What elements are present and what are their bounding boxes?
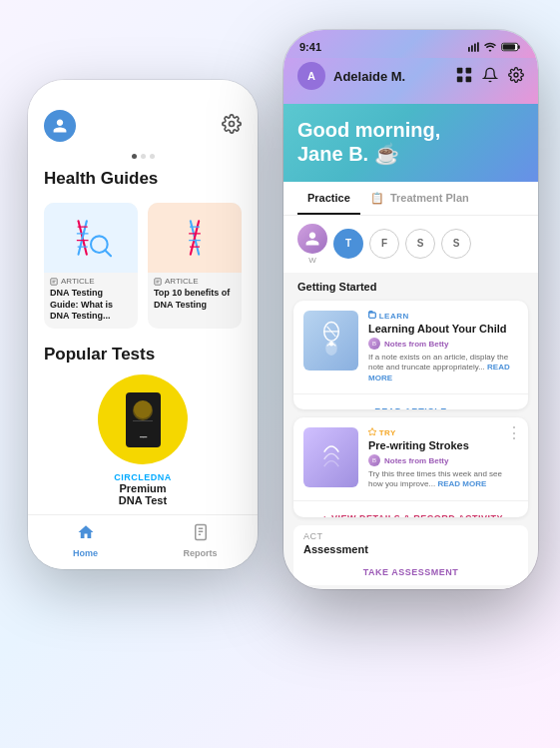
reports-icon <box>192 523 210 546</box>
try-card-author: B Notes from Betty <box>368 454 518 466</box>
popular-tests-title: Popular Tests <box>44 345 242 365</box>
try-author-name: Notes from Betty <box>384 456 448 465</box>
bottom-nav-left: Home Reports <box>28 514 258 569</box>
phone-left: Health Guides <box>28 80 258 569</box>
status-icons <box>468 42 522 52</box>
status-time: 9:41 <box>299 41 321 53</box>
try-author-avatar: B <box>368 454 380 466</box>
screen-left: Health Guides <box>28 80 258 569</box>
day-f-text: F <box>381 238 387 249</box>
assessment-title: Assessment <box>303 543 518 555</box>
svg-line-8 <box>105 251 111 257</box>
grid-icon[interactable] <box>456 67 472 86</box>
learn-card-thumb <box>303 311 358 371</box>
right-screen: Practice 📋 Treatment Plan W T <box>283 182 538 589</box>
tabs-row: Practice 📋 Treatment Plan <box>283 182 538 216</box>
health-guides-title: Health Guides <box>28 163 258 195</box>
product-box: ━━ <box>126 392 161 447</box>
days-row: W T F S <box>283 216 538 273</box>
day-f-circle[interactable]: F <box>369 229 399 259</box>
article-card-1[interactable]: ARTICLE DNA Testing Guide: What is DNA T… <box>44 203 138 329</box>
nav-reports[interactable]: Reports <box>143 523 258 558</box>
svg-point-41 <box>328 342 332 346</box>
getting-started-label: Getting Started <box>283 273 538 297</box>
learn-card-content: LEARN Learning About Your Child B Notes … <box>368 311 518 383</box>
svg-point-36 <box>514 73 518 77</box>
learn-card-title: Learning About Your Child <box>368 323 518 335</box>
day-w-avatar <box>297 224 327 254</box>
svg-rect-35 <box>466 76 472 82</box>
try-action-btn[interactable]: VIEW DETAILS & RECORD ACTIVITY <box>318 513 503 517</box>
svg-marker-42 <box>368 428 376 435</box>
greeting-line1: Good morning, <box>297 118 524 142</box>
learn-author-avatar: B <box>368 338 380 350</box>
greeting-line2: Jane B. ☕ <box>297 142 524 166</box>
dot-1 <box>132 154 137 159</box>
try-card-inner: TRY Pre-writing Strokes B Notes from Bet… <box>293 417 528 500</box>
learn-card-inner: LEARN Learning About Your Child B Notes … <box>293 301 528 393</box>
day-w-circle[interactable] <box>297 224 327 254</box>
dot-3 <box>150 154 155 159</box>
more-options-icon[interactable]: ⋮ <box>506 425 522 441</box>
svg-rect-30 <box>518 45 520 49</box>
try-card-desc: Try this three times this week and see h… <box>368 469 518 490</box>
home-nav-label: Home <box>73 548 98 558</box>
username: Adelaide M. <box>333 69 405 84</box>
article-title-1: DNA Testing Guide: What is DNA Testing..… <box>44 288 138 329</box>
product-circle[interactable]: ━━ <box>98 374 188 464</box>
svg-point-0 <box>230 122 235 127</box>
assessment-btn-label[interactable]: TAKE ASSESSMENT <box>363 567 459 577</box>
day-f-wrapper: F <box>369 229 399 261</box>
right-phone-header: A Adelaide M. <box>283 58 538 104</box>
day-s1-wrapper: S <box>405 229 435 261</box>
svg-rect-33 <box>466 67 472 73</box>
day-s1-text: S <box>417 238 424 249</box>
tab-practice[interactable]: Practice <box>297 182 360 215</box>
header-icons <box>456 67 524 86</box>
bell-icon[interactable] <box>482 67 498 86</box>
learn-author-name: Notes from Betty <box>384 340 448 349</box>
product-label: CIRCLEDNA Premium DNA Test <box>44 472 242 506</box>
day-s2-text: S <box>453 238 460 249</box>
learn-action-btn[interactable]: READ ARTICLE <box>374 406 447 409</box>
article-tag-2: ARTICLE <box>148 273 242 288</box>
article-image-1 <box>44 203 138 273</box>
day-t-wrapper: T <box>333 229 363 261</box>
popular-tests-section: Popular Tests ━━ CIRCLEDNA Premium DNA T… <box>28 337 258 514</box>
greeting-banner: Good morning, Jane B. ☕ <box>283 104 538 182</box>
day-s2-circle[interactable]: S <box>441 229 471 259</box>
nav-home[interactable]: Home <box>28 523 143 558</box>
home-icon <box>77 523 95 546</box>
learn-card-action[interactable]: READ ARTICLE <box>293 393 528 409</box>
try-read-more[interactable]: READ MORE <box>437 479 486 488</box>
page-indicator <box>28 150 258 163</box>
svg-rect-26 <box>471 45 473 52</box>
settings-icon-right[interactable] <box>508 67 524 86</box>
day-w-wrapper: W <box>297 224 327 265</box>
svg-rect-31 <box>503 44 516 50</box>
svg-rect-32 <box>457 67 463 73</box>
article-tag-1: ARTICLE <box>44 273 138 288</box>
settings-icon[interactable] <box>222 114 242 138</box>
product-brand: CIRCLEDNA <box>44 472 242 482</box>
tab-treatment-plan[interactable]: 📋 Treatment Plan <box>360 182 479 215</box>
dot-2 <box>141 154 146 159</box>
try-card-tag: TRY <box>368 427 518 437</box>
phone-right: 9:41 A Adelaide M. Good morning, <box>283 30 538 589</box>
svg-rect-28 <box>477 42 479 52</box>
reports-nav-label: Reports <box>183 548 217 558</box>
article-card-2[interactable]: ARTICLE Top 10 benefits of DNA Testing <box>148 203 242 329</box>
day-w-label: W <box>308 256 316 265</box>
user-avatar[interactable]: A <box>297 62 325 90</box>
notch-left <box>103 80 183 100</box>
user-info: A Adelaide M. <box>297 62 405 90</box>
svg-rect-34 <box>457 76 463 82</box>
greeting-text: Good morning, Jane B. ☕ <box>297 118 524 166</box>
assessment-action[interactable]: TAKE ASSESSMENT <box>303 555 518 579</box>
day-s2-wrapper: S <box>441 229 471 261</box>
try-card-action[interactable]: VIEW DETAILS & RECORD ACTIVITY <box>293 500 528 517</box>
day-s1-circle[interactable]: S <box>405 229 435 259</box>
product-line1: Premium <box>44 482 242 494</box>
avatar-icon[interactable] <box>44 110 76 142</box>
day-t-circle[interactable]: T <box>333 229 363 259</box>
